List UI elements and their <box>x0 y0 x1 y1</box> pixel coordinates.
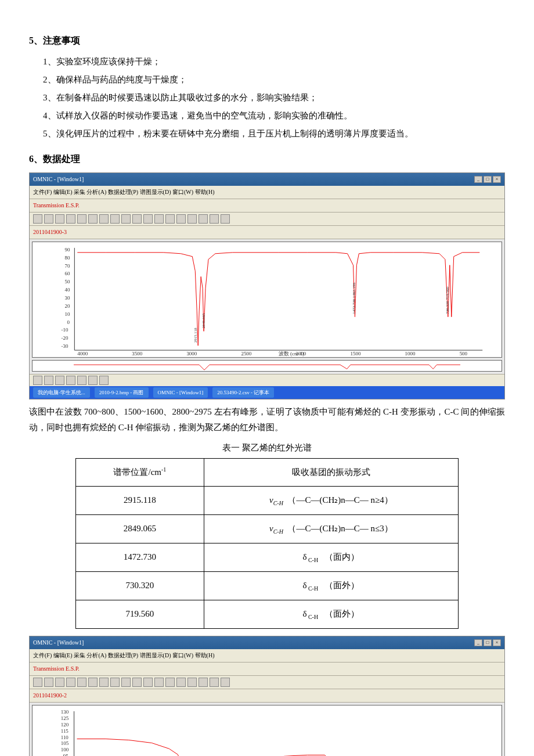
tool-icon[interactable] <box>55 678 64 687</box>
tool-icon[interactable] <box>121 214 131 224</box>
taskbar-item[interactable]: 20.53490-2.csv - 记事本 <box>212 387 274 398</box>
tool-icon[interactable] <box>66 214 75 224</box>
close-button[interactable]: × <box>493 639 501 646</box>
tool-icon[interactable] <box>221 678 230 687</box>
nav-icon[interactable] <box>44 376 53 385</box>
close-button[interactable]: × <box>493 176 501 183</box>
section-5-title: 5、注意事项 <box>29 33 505 49</box>
window-titlebar: OMNIC - [Window1] _ □ × <box>30 173 504 186</box>
tool-icon[interactable] <box>33 678 42 687</box>
svg-text:110: 110 <box>61 734 69 740</box>
tool-icon[interactable] <box>55 214 64 224</box>
svg-text:100: 100 <box>61 747 69 753</box>
tool-icon[interactable] <box>132 678 142 687</box>
tool-icon[interactable] <box>165 678 175 687</box>
tool-icon[interactable] <box>33 214 42 224</box>
svg-text:730.320 719.560: 730.320 719.560 <box>445 286 449 314</box>
svg-text:95: 95 <box>63 753 68 756</box>
bottom-toolbar <box>30 374 504 386</box>
tool-icon[interactable] <box>187 214 197 224</box>
menubar[interactable]: 文件(F) 编辑(E) 采集 分析(A) 数据处理(P) 谱图显示(D) 窗口(… <box>30 186 504 199</box>
minimize-button[interactable]: _ <box>474 639 482 646</box>
tool-icon[interactable] <box>66 678 75 687</box>
nav-icon[interactable] <box>33 376 42 385</box>
svg-text:2849.065: 2849.065 <box>201 313 205 328</box>
table-1-caption: 表一 聚乙烯的红外光谱 <box>29 440 505 456</box>
x-axis-label: 波数 (cm-1) <box>279 351 304 357</box>
experiment-subtitle: Transmission E.S.P. <box>30 199 504 213</box>
svg-text:40: 40 <box>65 287 70 293</box>
spectrum-window-1: OMNIC - [Window1] _ □ × 文件(F) 编辑(E) 采集 分… <box>29 172 505 399</box>
app-title: OMNIC - [Window1] <box>33 638 84 648</box>
menubar[interactable]: 文件(F) 编辑(E) 采集 分析(A) 数据处理(P) 谱图显示(D) 窗口(… <box>30 649 504 663</box>
tool-icon[interactable] <box>88 214 98 224</box>
nav-icon[interactable] <box>88 376 98 385</box>
tool-icon[interactable] <box>210 214 219 224</box>
analysis-paragraph: 该图中在波数 700~800、1500~1600、2800~2975 左右有峰形… <box>29 404 505 435</box>
tool-icon[interactable] <box>199 678 208 687</box>
maximize-button[interactable]: □ <box>484 176 492 183</box>
plot-area-1[interactable]: 90 80 70 60 50 40 30 20 10 0 -10 -20 -30… <box>32 242 502 358</box>
tool-icon[interactable] <box>88 678 98 687</box>
svg-text:120: 120 <box>61 722 69 728</box>
svg-text:30: 30 <box>65 295 70 301</box>
tool-icon[interactable] <box>165 214 175 224</box>
tool-icon[interactable] <box>176 678 186 687</box>
svg-text:80: 80 <box>65 254 70 260</box>
tool-icon[interactable] <box>99 214 109 224</box>
app-title: OMNIC - [Window1] <box>33 174 84 185</box>
plot-area-2[interactable]: 130 125 120 115 110 105 100 95 90 85 80 … <box>32 705 502 756</box>
note-item-4: 4、试样放入仪器的时候动作要迅速，避免当中的空气流动，影响实验的准确性。 <box>43 108 505 124</box>
svg-text:4000: 4000 <box>77 351 88 357</box>
tool-icon[interactable] <box>154 678 164 687</box>
table-1: 谱带位置/cm-1 吸收基团的振动形式 2915.118 νC-H （―C―(C… <box>75 458 459 629</box>
cell-vibration: δ C-H （面内） <box>204 543 458 571</box>
spectrum-svg-2: 130 125 120 115 110 105 100 95 90 85 80 … <box>33 705 501 756</box>
spectrum-tab[interactable]: 2011041900-3 <box>30 226 504 239</box>
nav-icon[interactable] <box>99 376 109 385</box>
maximize-button[interactable]: □ <box>484 639 492 646</box>
tool-icon[interactable] <box>143 678 153 687</box>
cell-position: 2849.065 <box>76 514 204 543</box>
tool-icon[interactable] <box>210 678 219 687</box>
nav-icon[interactable] <box>55 376 64 385</box>
tool-icon[interactable] <box>187 678 197 687</box>
svg-text:60: 60 <box>65 271 70 276</box>
tool-icon[interactable] <box>199 214 208 224</box>
tool-icon[interactable] <box>110 678 120 687</box>
table-row: 719.560 δ C-H （面外） <box>76 600 459 628</box>
spectrum-tab[interactable]: 2011041900-2 <box>30 689 504 703</box>
note-item-5: 5、溴化钾压片的过程中，粉末要在研钵中充分磨细，且于压片机上制得的透明薄片厚度要… <box>43 126 505 142</box>
taskbar-item[interactable]: OMNIC - [Window1] <box>153 387 208 398</box>
svg-text:3000: 3000 <box>186 351 197 357</box>
taskbar-item[interactable]: 2010-9-2.bmp - 画图 <box>95 387 149 398</box>
cell-vibration: δ C-H （面外） <box>204 600 458 628</box>
spectrum-preview <box>32 360 502 372</box>
svg-text:500: 500 <box>460 351 468 357</box>
tool-icon[interactable] <box>99 678 109 687</box>
tool-icon[interactable] <box>77 214 86 224</box>
tool-icon[interactable] <box>110 214 120 224</box>
tool-icon[interactable] <box>221 214 230 224</box>
nav-icon[interactable] <box>77 376 86 385</box>
tool-icon[interactable] <box>176 214 186 224</box>
svg-text:90: 90 <box>65 246 70 252</box>
minimize-button[interactable]: _ <box>474 176 482 183</box>
window-controls: _ □ × <box>474 176 501 183</box>
note-item-1: 1、实验室环境应该保持干燥； <box>43 54 505 70</box>
taskbar: 我的电脑-学生系统... 2010-9-2.bmp - 画图 OMNIC - [… <box>30 386 504 399</box>
taskbar-item[interactable]: 我的电脑-学生系统... <box>33 387 90 398</box>
svg-text:2915.118: 2915.118 <box>193 327 197 343</box>
tool-icon[interactable] <box>77 678 86 687</box>
nav-icon[interactable] <box>66 376 75 385</box>
experiment-subtitle: Transmission E.S.P. <box>30 663 504 676</box>
cell-position: 730.320 <box>76 571 204 600</box>
svg-text:50: 50 <box>65 279 70 285</box>
tool-icon[interactable] <box>143 214 153 224</box>
tool-icon[interactable] <box>154 214 164 224</box>
tool-icon[interactable] <box>132 214 142 224</box>
tool-icon[interactable] <box>121 678 131 687</box>
table-row: 2915.118 νC-H （―C―(CH₂)n―C― n≥4） <box>76 486 459 514</box>
tool-icon[interactable] <box>44 214 53 224</box>
tool-icon[interactable] <box>44 678 53 687</box>
